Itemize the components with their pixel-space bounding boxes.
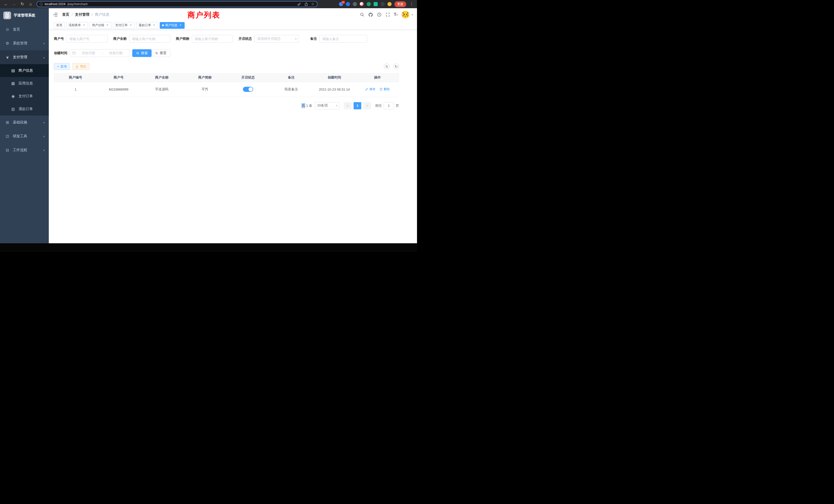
tab-process-form[interactable]: 流程表单 × — [66, 22, 88, 29]
sidebar-item-payment[interactable]: ¥ 支付管理 ▴ — [0, 50, 49, 64]
close-icon[interactable]: × — [179, 24, 182, 27]
cell-short-name: 芋艿 — [183, 82, 226, 97]
devtools-icon: ⊡ — [5, 134, 10, 139]
tab-merchant-info[interactable]: 商户信息 × — [160, 22, 184, 29]
add-button[interactable]: + 新增 — [54, 63, 70, 70]
tab-refund-orders[interactable]: 退款订单 × — [136, 22, 158, 29]
tab-label: 退款订单 — [139, 23, 151, 27]
reset-button[interactable]: ↻ 重置 — [152, 49, 170, 57]
breadcrumb-payment[interactable]: 支付管理 — [75, 12, 89, 17]
app-title: 芋道管理系统 — [14, 13, 35, 18]
chevron-down-icon: ▾ — [43, 135, 45, 138]
sidebar-item-merchant-info[interactable]: ▤ 商户信息 — [0, 64, 49, 77]
delete-link[interactable]: 删除 — [379, 87, 390, 91]
extension-icon[interactable] — [388, 2, 392, 6]
share-icon[interactable] — [304, 2, 308, 6]
sidebar-item-system[interactable]: ⚙ 系统管理 ▾ — [0, 37, 49, 50]
date-separator: - — [101, 51, 103, 55]
sidebar-item-app-info[interactable]: ▦ 应用信息 — [0, 77, 49, 90]
bookmark-star-icon[interactable]: ☆ — [311, 2, 314, 6]
browser-back-icon[interactable]: ← — [3, 0, 9, 8]
merchant-table: 商户编号 商户号 商户全称 商户简称 开启状态 备注 创建时间 操作 1 — [54, 73, 399, 97]
sidebar-item-workflow[interactable]: ⊟ 工作流程 ▾ — [0, 143, 49, 157]
page-size-select[interactable]: 10条/页 ▾ — [315, 102, 340, 109]
sidebar-item-label: 支付管理 — [13, 55, 27, 60]
full-name-input[interactable] — [129, 35, 170, 43]
address-bar[interactable]: ⓘ localhost:1024 /pay/merchant ☆ — [37, 1, 317, 7]
toggle-search-button[interactable] — [384, 64, 390, 69]
download-icon — [75, 65, 79, 68]
sidebar-item-label: 工作流程 — [13, 148, 27, 153]
sidebar-item-infrastructure[interactable]: ⊞ 基础设施 ▾ — [0, 115, 49, 129]
breadcrumb-home[interactable]: 首页 — [62, 12, 69, 17]
export-button[interactable]: 导出 — [72, 63, 89, 70]
app-logo[interactable]: 芋道管理系统 — [0, 8, 49, 23]
sidebar-item-pay-orders[interactable]: ◉ 支付订单 — [0, 90, 49, 102]
page-size-value: 10条/页 — [317, 104, 328, 108]
tab-user-group[interactable]: 用户分组 × — [90, 22, 111, 29]
cell-merchant-no: M233666999 — [97, 82, 140, 97]
browser-chrome: ← → ↻ ⌂ ⓘ localhost:1024 /pay/merchant ☆… — [0, 0, 417, 8]
short-name-input[interactable] — [192, 35, 233, 43]
jump-page-input[interactable] — [383, 102, 394, 109]
close-icon[interactable]: × — [106, 24, 109, 27]
font-size-icon[interactable]: TT — [394, 12, 398, 17]
extension-icon[interactable] — [353, 2, 357, 6]
extension-icon[interactable] — [367, 2, 371, 6]
extension-icon[interactable] — [346, 2, 350, 6]
browser-home-icon[interactable]: ⌂ — [27, 0, 34, 8]
next-page-button[interactable] — [363, 102, 371, 109]
search-icon[interactable] — [360, 12, 364, 17]
extension-icon[interactable] — [380, 2, 385, 6]
table-toolbar: + 新增 导出 — [54, 63, 399, 70]
date-range-picker[interactable]: 开始日期 - 结束日期 — [70, 49, 130, 57]
tab-home[interactable]: 首页 — [54, 22, 65, 29]
sidebar-item-devtools[interactable]: ⊡ 研发工具 ▾ — [0, 129, 49, 143]
page-1-button[interactable]: 1 — [354, 102, 361, 109]
filter-row-2: 创建时间 开始日期 - 结束日期 — [54, 49, 399, 57]
close-icon[interactable]: × — [152, 24, 156, 27]
grid-icon: ▦ — [11, 81, 16, 86]
merchant-card-icon: ▤ — [11, 68, 16, 73]
close-icon[interactable]: × — [82, 24, 86, 27]
browser-update-button[interactable]: 更新 — [394, 1, 406, 7]
pagination-total-highlight: 共 — [302, 103, 305, 108]
help-icon[interactable]: ? — [377, 12, 381, 17]
chevron-down-icon[interactable]: ▾ — [412, 13, 413, 16]
user-avatar[interactable] — [401, 11, 409, 19]
extension-icon[interactable]: 10 — [339, 2, 343, 6]
export-button-label: 导出 — [80, 64, 86, 69]
svg-text:?: ? — [378, 14, 380, 16]
extension-icon[interactable] — [360, 2, 364, 6]
col-merchant-id: 商户编号 — [54, 73, 97, 82]
extension-icon[interactable] — [374, 2, 378, 6]
merchant-no-input[interactable] — [66, 35, 108, 43]
sidebar-item-refund-orders[interactable]: ▥ 退款订单 — [0, 102, 49, 115]
password-key-icon[interactable] — [297, 2, 301, 6]
status-select[interactable]: 请选择开启状态 ▾ — [255, 35, 299, 43]
chevron-down-icon: ▾ — [43, 149, 45, 152]
remark-input[interactable] — [320, 35, 367, 43]
sidebar-item-label: 系统管理 — [13, 41, 27, 46]
payment-submenu: ▤ 商户信息 ▦ 应用信息 ◉ 支付订单 ▥ 退款订单 — [0, 64, 49, 115]
refresh-icon: ↻ — [395, 65, 398, 68]
refresh-table-button[interactable]: ↻ — [393, 64, 399, 69]
fullscreen-icon[interactable] — [386, 12, 390, 17]
sidebar-item-home[interactable]: ⊙ 首页 — [0, 23, 49, 37]
browser-menu-icon[interactable]: ⋮ — [409, 2, 414, 6]
prev-page-button[interactable] — [344, 102, 352, 109]
browser-forward-icon[interactable]: → — [11, 0, 18, 8]
close-icon[interactable]: × — [129, 24, 132, 27]
github-icon[interactable] — [368, 12, 373, 17]
status-toggle[interactable] — [243, 87, 253, 92]
start-date-placeholder: 开始日期 — [77, 51, 100, 55]
search-button[interactable]: 搜索 — [132, 49, 152, 57]
chevron-down-icon: ▾ — [336, 104, 337, 107]
browser-reload-icon[interactable]: ↻ — [19, 0, 26, 8]
edit-link[interactable]: 修改 — [365, 87, 375, 91]
collapse-sidebar-icon[interactable] — [53, 12, 58, 17]
col-actions: 操作 — [356, 73, 399, 82]
infrastructure-icon: ⊞ — [5, 120, 10, 125]
tab-pay-orders[interactable]: 支付订单 × — [113, 22, 135, 29]
site-info-icon[interactable]: ⓘ — [40, 3, 43, 6]
